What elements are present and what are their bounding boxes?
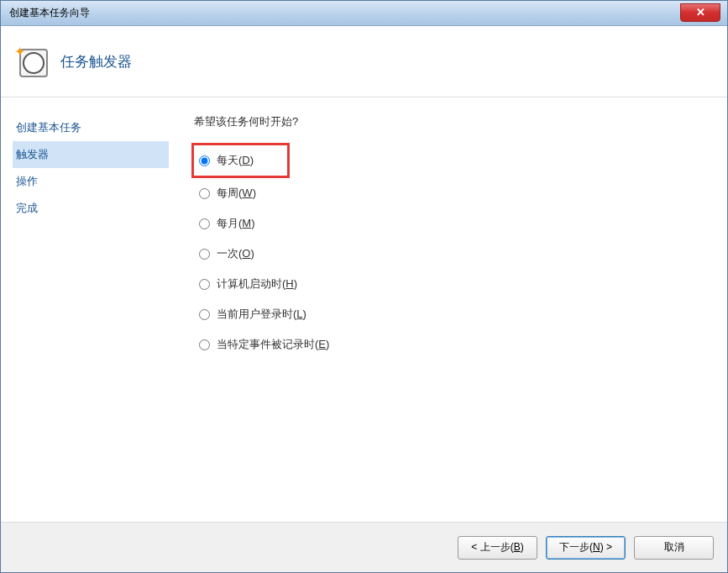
content-area: 创建基本任务 触发器 操作 完成 希望该任务何时开始? 每天(D) 每周(W)	[1, 97, 727, 522]
radio-input-weekly[interactable]	[199, 188, 210, 199]
radio-label: 每月(M)	[217, 216, 255, 231]
radio-label: 每周(W)	[217, 186, 256, 201]
window-title: 创建基本任务向导	[9, 6, 90, 20]
question-label: 希望该任务何时开始?	[194, 114, 727, 129]
close-icon: ✕	[696, 6, 705, 18]
sidebar-item-finish[interactable]: 完成	[13, 195, 169, 222]
page-title: 任务触发器	[60, 52, 132, 71]
radio-label: 每天(D)	[217, 153, 254, 168]
radio-option-weekly[interactable]: 每周(W)	[194, 178, 727, 208]
close-button[interactable]: ✕	[680, 3, 720, 22]
radio-input-logon[interactable]	[199, 309, 210, 320]
cancel-button[interactable]: 取消	[634, 536, 714, 560]
star-icon: ✦	[14, 44, 28, 57]
radio-label: 一次(O)	[217, 246, 254, 261]
main-panel: 希望该任务何时开始? 每天(D) 每周(W) 每月(M)	[169, 97, 727, 522]
trigger-radio-group: 每天(D) 每周(W) 每月(M) 一次(O)	[194, 143, 727, 360]
sidebar: 创建基本任务 触发器 操作 完成	[1, 97, 169, 522]
back-button[interactable]: < 上一步(B)	[458, 536, 537, 560]
radio-input-once[interactable]	[199, 249, 210, 260]
radio-input-daily[interactable]	[199, 155, 210, 166]
sidebar-item-trigger[interactable]: 触发器	[13, 141, 169, 168]
footer: < 上一步(B) 下一步(N) > 取消	[1, 522, 727, 572]
radio-label: 计算机启动时(H)	[217, 276, 297, 292]
header-panel: ✦ 任务触发器	[1, 26, 727, 97]
radio-option-monthly[interactable]: 每月(M)	[194, 208, 727, 239]
radio-option-logon[interactable]: 当前用户登录时(L)	[194, 299, 727, 329]
radio-option-once[interactable]: 一次(O)	[194, 239, 727, 269]
radio-input-event[interactable]	[199, 339, 210, 350]
radio-option-event[interactable]: 当特定事件被记录时(E)	[194, 329, 727, 360]
radio-input-monthly[interactable]	[199, 218, 210, 229]
sidebar-item-action[interactable]: 操作	[13, 168, 169, 195]
sidebar-item-create-task[interactable]: 创建基本任务	[13, 114, 169, 141]
wizard-window: 创建基本任务向导 ✕ ✦ 任务触发器 创建基本任务 触发器 操作 完成 希望该任…	[0, 0, 728, 573]
wizard-icon: ✦	[16, 45, 48, 77]
radio-label: 当前用户登录时(L)	[217, 307, 306, 322]
next-button[interactable]: 下一步(N) >	[546, 536, 626, 560]
radio-label: 当特定事件被记录时(E)	[217, 337, 329, 352]
radio-input-startup[interactable]	[199, 279, 210, 290]
titlebar: 创建基本任务向导 ✕	[1, 1, 727, 26]
radio-option-startup[interactable]: 计算机启动时(H)	[194, 269, 727, 299]
radio-option-daily[interactable]: 每天(D)	[191, 143, 290, 178]
